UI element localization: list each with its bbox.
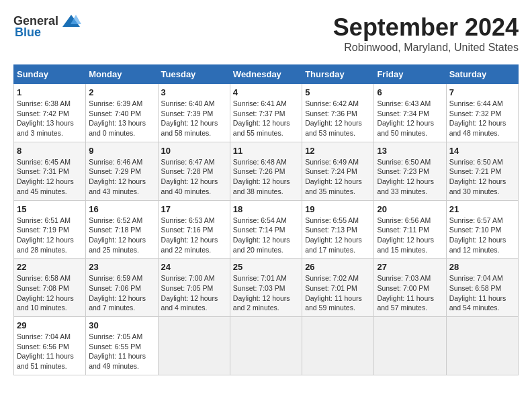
calendar-cell: 11 Sunrise: 6:48 AM Sunset: 7:26 PM Dayl… — [230, 142, 302, 200]
day-number: 8 — [17, 146, 83, 156]
sunset-label: Sunset: 7:03 PM — [233, 284, 285, 292]
calendar-cell — [230, 317, 302, 375]
daylight-label: Daylight: 12 hours and 12 minutes. — [449, 236, 506, 254]
day-number: 22 — [17, 262, 83, 272]
sunrise-label: Sunrise: 6:52 AM — [89, 216, 142, 224]
daylight-label: Daylight: 12 hours and 45 minutes. — [17, 177, 74, 195]
daylight-label: Daylight: 12 hours and 50 minutes. — [377, 119, 434, 137]
day-number: 13 — [377, 146, 443, 156]
sunrise-label: Sunrise: 6:42 AM — [305, 99, 359, 107]
calendar-cell: 19 Sunrise: 6:55 AM Sunset: 7:13 PM Dayl… — [302, 200, 374, 259]
day-info: Sunrise: 6:47 AM Sunset: 7:28 PM Dayligh… — [161, 157, 227, 197]
daylight-label: Daylight: 12 hours and 58 minutes. — [161, 119, 218, 137]
day-info: Sunrise: 6:53 AM Sunset: 7:16 PM Dayligh… — [161, 216, 227, 255]
calendar-cell: 7 Sunrise: 6:44 AM Sunset: 7:32 PM Dayli… — [446, 84, 518, 142]
sunset-label: Sunset: 7:26 PM — [233, 167, 285, 175]
column-header-tuesday: Tuesday — [158, 65, 230, 84]
day-info: Sunrise: 7:04 AM Sunset: 6:58 PM Dayligh… — [449, 273, 515, 313]
daylight-label: Daylight: 11 hours and 57 minutes. — [377, 294, 434, 312]
sunset-label: Sunset: 7:05 PM — [161, 284, 214, 292]
day-info: Sunrise: 6:48 AM Sunset: 7:26 PM Dayligh… — [233, 157, 299, 197]
calendar-cell: 8 Sunrise: 6:45 AM Sunset: 7:31 PM Dayli… — [14, 142, 86, 200]
calendar-cell: 12 Sunrise: 6:49 AM Sunset: 7:24 PM Dayl… — [302, 142, 374, 200]
calendar-cell: 5 Sunrise: 6:42 AM Sunset: 7:36 PM Dayli… — [302, 84, 374, 142]
sunrise-label: Sunrise: 7:04 AM — [449, 274, 503, 282]
sunrise-label: Sunrise: 6:58 AM — [17, 274, 71, 282]
calendar-cell: 9 Sunrise: 6:46 AM Sunset: 7:29 PM Dayli… — [86, 142, 158, 200]
sunrise-label: Sunrise: 7:02 AM — [305, 274, 359, 282]
day-number: 24 — [161, 262, 227, 272]
daylight-label: Daylight: 11 hours and 59 minutes. — [305, 294, 362, 312]
sunrise-label: Sunrise: 7:01 AM — [233, 274, 287, 282]
day-info: Sunrise: 6:50 AM Sunset: 7:23 PM Dayligh… — [377, 157, 443, 197]
sunrise-label: Sunrise: 6:50 AM — [377, 158, 431, 166]
column-header-friday: Friday — [374, 65, 446, 84]
day-number: 3 — [161, 87, 227, 97]
daylight-label: Daylight: 12 hours and 2 minutes. — [233, 294, 290, 312]
sunset-label: Sunset: 7:34 PM — [377, 109, 429, 118]
day-info: Sunrise: 7:03 AM Sunset: 7:00 PM Dayligh… — [377, 273, 443, 313]
day-info: Sunrise: 6:50 AM Sunset: 7:21 PM Dayligh… — [449, 157, 515, 197]
day-number: 19 — [305, 204, 371, 214]
sunrise-label: Sunrise: 6:39 AM — [89, 99, 142, 107]
day-info: Sunrise: 6:52 AM Sunset: 7:18 PM Dayligh… — [89, 216, 154, 255]
daylight-label: Daylight: 12 hours and 30 minutes. — [449, 177, 506, 195]
logo-icon — [61, 13, 81, 28]
sunrise-label: Sunrise: 6:56 AM — [377, 216, 431, 224]
sunset-label: Sunset: 6:55 PM — [89, 342, 141, 351]
day-info: Sunrise: 6:39 AM Sunset: 7:40 PM Dayligh… — [89, 99, 154, 138]
day-info: Sunrise: 6:45 AM Sunset: 7:31 PM Dayligh… — [17, 157, 83, 197]
logo: General Blue — [13, 13, 81, 40]
sunset-label: Sunset: 7:36 PM — [305, 109, 357, 118]
column-header-saturday: Saturday — [446, 65, 518, 84]
day-info: Sunrise: 6:46 AM Sunset: 7:29 PM Dayligh… — [89, 157, 154, 197]
calendar-cell — [302, 317, 374, 375]
calendar-cell: 4 Sunrise: 6:41 AM Sunset: 7:37 PM Dayli… — [230, 84, 302, 142]
day-number: 5 — [305, 87, 371, 97]
daylight-label: Daylight: 13 hours and 0 minutes. — [89, 119, 146, 137]
sunrise-label: Sunrise: 7:03 AM — [377, 274, 431, 282]
calendar-cell — [374, 317, 446, 375]
daylight-label: Daylight: 13 hours and 3 minutes. — [17, 119, 74, 137]
day-info: Sunrise: 6:44 AM Sunset: 7:32 PM Dayligh… — [449, 99, 515, 138]
daylight-label: Daylight: 12 hours and 55 minutes. — [233, 119, 290, 137]
day-info: Sunrise: 6:43 AM Sunset: 7:34 PM Dayligh… — [377, 99, 443, 138]
calendar-cell: 6 Sunrise: 6:43 AM Sunset: 7:34 PM Dayli… — [374, 84, 446, 142]
day-number: 21 — [449, 204, 515, 214]
sunset-label: Sunset: 7:11 PM — [377, 226, 429, 234]
sunset-label: Sunset: 7:14 PM — [233, 226, 285, 234]
day-info: Sunrise: 7:00 AM Sunset: 7:05 PM Dayligh… — [161, 273, 227, 313]
day-number: 30 — [89, 320, 154, 330]
day-info: Sunrise: 7:04 AM Sunset: 6:56 PM Dayligh… — [17, 332, 83, 371]
sunrise-label: Sunrise: 7:04 AM — [17, 332, 71, 340]
day-number: 9 — [89, 146, 154, 156]
daylight-label: Daylight: 12 hours and 7 minutes. — [89, 294, 146, 312]
page-title: September 2024 — [333, 13, 519, 42]
calendar-cell: 15 Sunrise: 6:51 AM Sunset: 7:19 PM Dayl… — [14, 200, 86, 259]
calendar-cell: 24 Sunrise: 7:00 AM Sunset: 7:05 PM Dayl… — [158, 259, 230, 317]
daylight-label: Daylight: 12 hours and 28 minutes. — [17, 236, 74, 254]
day-number: 29 — [17, 320, 83, 330]
sunset-label: Sunset: 7:23 PM — [377, 167, 429, 175]
sunrise-label: Sunrise: 6:57 AM — [449, 216, 503, 224]
day-info: Sunrise: 6:58 AM Sunset: 7:08 PM Dayligh… — [17, 273, 83, 313]
day-info: Sunrise: 6:41 AM Sunset: 7:37 PM Dayligh… — [233, 99, 299, 138]
daylight-label: Daylight: 12 hours and 53 minutes. — [305, 119, 362, 137]
day-info: Sunrise: 6:54 AM Sunset: 7:14 PM Dayligh… — [233, 216, 299, 255]
sunset-label: Sunset: 7:40 PM — [89, 109, 141, 118]
title-area: September 2024 Robinwood, Maryland, Unit… — [333, 13, 519, 54]
day-info: Sunrise: 6:57 AM Sunset: 7:10 PM Dayligh… — [449, 216, 515, 255]
calendar-cell: 13 Sunrise: 6:50 AM Sunset: 7:23 PM Dayl… — [374, 142, 446, 200]
daylight-label: Daylight: 12 hours and 10 minutes. — [17, 294, 74, 312]
calendar-cell: 26 Sunrise: 7:02 AM Sunset: 7:01 PM Dayl… — [302, 259, 374, 317]
sunset-label: Sunset: 7:18 PM — [89, 226, 141, 234]
sunrise-label: Sunrise: 6:51 AM — [17, 216, 71, 224]
day-number: 18 — [233, 204, 299, 214]
day-number: 2 — [89, 87, 154, 97]
day-number: 10 — [161, 146, 227, 156]
daylight-label: Daylight: 12 hours and 20 minutes. — [233, 236, 290, 254]
sunset-label: Sunset: 7:31 PM — [17, 167, 69, 175]
day-number: 16 — [89, 204, 154, 214]
day-number: 15 — [17, 204, 83, 214]
calendar-cell: 18 Sunrise: 6:54 AM Sunset: 7:14 PM Dayl… — [230, 200, 302, 259]
